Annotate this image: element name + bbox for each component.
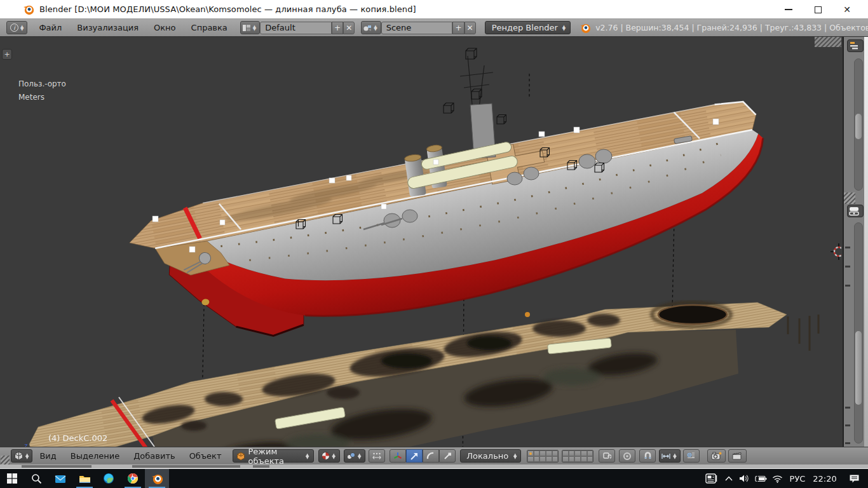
menu-view[interactable]: Вид — [32, 447, 63, 465]
blender-version-logo-icon — [580, 22, 591, 34]
scrollbar-thumb[interactable] — [855, 114, 862, 139]
axis-widget-icon — [393, 452, 402, 461]
translate-arrow-icon — [410, 452, 419, 461]
render-engine-select[interactable]: Рендер Blender ▲▼ — [485, 21, 571, 34]
render-animation-button[interactable] — [728, 449, 747, 463]
maximize-button[interactable] — [803, 0, 832, 19]
view3d-editor-icon — [14, 451, 24, 461]
menu-help[interactable]: Справка — [184, 19, 235, 37]
snap-element-select[interactable]: ▲▼ — [659, 449, 680, 463]
add-layout-button[interactable]: + — [332, 22, 343, 34]
delete-layout-button[interactable]: ✕ — [343, 22, 355, 34]
menu-file[interactable]: Файл — [31, 19, 69, 37]
wifi-icon[interactable] — [769, 469, 785, 488]
delete-scene-button[interactable]: ✕ — [465, 22, 476, 34]
area-resize-grip[interactable] — [1, 456, 10, 464]
start-button[interactable] — [0, 469, 24, 488]
widgets-button[interactable] — [700, 469, 722, 488]
snap-target-icon — [686, 452, 696, 460]
chevron-updown-icon: ▲▼ — [330, 454, 337, 459]
wreck-model — [29, 302, 818, 447]
property-tab-icon[interactable] — [845, 266, 850, 268]
toolshelf-expand-button[interactable]: + — [2, 49, 12, 60]
chrome-icon — [127, 473, 139, 484]
view-name-label: Польз.-орто — [18, 79, 66, 88]
clock[interactable]: 22:20 — [810, 469, 840, 488]
property-tab-icon[interactable] — [845, 442, 850, 444]
layer-group-2[interactable] — [562, 450, 593, 463]
layer-group-1[interactable] — [527, 450, 559, 463]
right-panel-column — [843, 37, 868, 447]
tray-expand-chevron[interactable] — [722, 469, 736, 488]
area-resize-grip[interactable] — [844, 193, 855, 204]
volume-button[interactable] — [736, 469, 752, 488]
menu-select[interactable]: Выделение — [64, 447, 126, 465]
layer-cell[interactable] — [527, 451, 534, 456]
manipulate-center-points-toggle[interactable] — [369, 449, 385, 463]
chevron-updown-icon: ▲▼ — [372, 25, 379, 30]
search-button[interactable] — [24, 469, 48, 488]
window-title: Blender [D:\МОИ МОДЕЛИ\USSA\Okean\Komsom… — [39, 4, 416, 14]
outliner-scrollbar[interactable] — [854, 58, 863, 191]
magnet-icon — [644, 452, 652, 460]
scene-browser-button[interactable]: ▲▼ — [361, 21, 381, 34]
window-titlebar[interactable]: Blender [D:\МОИ МОДЕЛИ\USSA\Okean\Komsom… — [0, 0, 868, 19]
menu-window[interactable]: Окно — [146, 19, 184, 37]
blender-taskbar-button[interactable] — [145, 469, 169, 488]
properties-scrollbar[interactable] — [854, 222, 863, 444]
battery-icon[interactable] — [752, 469, 769, 488]
clipped-editor-strip — [0, 464, 868, 469]
outliner-editor-icon[interactable] — [847, 39, 864, 52]
windows-logo-icon — [7, 473, 17, 484]
snap-target-button[interactable] — [683, 449, 700, 463]
chrome-button[interactable] — [121, 469, 145, 488]
manipulator-rotate-button[interactable] — [423, 449, 439, 463]
add-scene-button[interactable]: + — [452, 22, 464, 34]
scene-lock-toggle[interactable] — [599, 449, 615, 463]
layout-browser-button[interactable]: ▲▼ — [240, 21, 260, 34]
viewport-shading-select[interactable]: ▲▼ — [318, 449, 340, 463]
editor-type-selector[interactable]: i ▲▼ — [6, 21, 27, 34]
lock-icon — [602, 452, 611, 460]
property-tab-icon[interactable] — [845, 424, 850, 426]
property-tab-icon[interactable] — [845, 285, 850, 287]
chevron-updown-icon: ▲▼ — [512, 454, 519, 459]
menu-render[interactable]: Визуализация — [69, 19, 146, 37]
layout-name-field[interactable]: Default — [260, 22, 332, 34]
editor-type-selector[interactable]: ▲▼ — [11, 449, 32, 463]
scrollbar-thumb[interactable] — [855, 331, 862, 405]
mode-select[interactable]: Режим объекта ▲▼ — [233, 449, 314, 463]
menu-add[interactable]: Добавить — [126, 447, 182, 465]
active-object-label: (4) DeckC.002 — [48, 433, 107, 443]
proportional-edit-toggle[interactable] — [619, 449, 635, 463]
edge-button[interactable] — [97, 469, 121, 488]
viewport-3d[interactable]: z x y Польз.-орто Meters + (4) DeckC.002 — [0, 37, 841, 447]
pivot-point-select[interactable]: ▲▼ — [344, 449, 365, 463]
notification-center-button[interactable] — [840, 469, 868, 488]
cursor-3d — [831, 243, 841, 260]
rotate-arc-icon — [426, 452, 435, 461]
manipulator-scale-button[interactable] — [439, 449, 456, 463]
manipulator-translate-button[interactable] — [406, 449, 423, 463]
manipulator-widget-toggle[interactable] — [390, 449, 406, 463]
property-tab-icon[interactable] — [845, 247, 850, 248]
center-points-icon — [372, 452, 381, 460]
pivot-median-icon — [346, 452, 356, 460]
menu-object[interactable]: Объект — [182, 447, 229, 465]
mail-button[interactable] — [48, 469, 72, 488]
clapperboard-icon — [732, 452, 742, 460]
info-editor-icon: i — [10, 24, 18, 32]
desktop: Blender [D:\МОИ МОДЕЛИ\USSA\Okean\Komsom… — [0, 0, 868, 488]
explorer-button[interactable] — [72, 469, 97, 488]
snap-toggle[interactable] — [639, 449, 656, 463]
scene-name-field[interactable]: Scene — [381, 22, 453, 34]
language-indicator[interactable]: РУС — [785, 469, 810, 488]
area-resize-grip[interactable] — [815, 37, 841, 47]
property-tab-icon[interactable] — [845, 407, 850, 409]
minimize-button[interactable] — [774, 0, 803, 19]
close-button[interactable]: ✕ — [832, 0, 862, 19]
properties-editor-icon[interactable] — [847, 205, 864, 217]
info-header: i ▲▼ Файл Визуализация Окно Справка ▲▼ D… — [0, 19, 868, 37]
transform-orientation-select[interactable]: Локально ▲▼ — [460, 449, 521, 463]
render-still-button[interactable] — [707, 449, 726, 463]
